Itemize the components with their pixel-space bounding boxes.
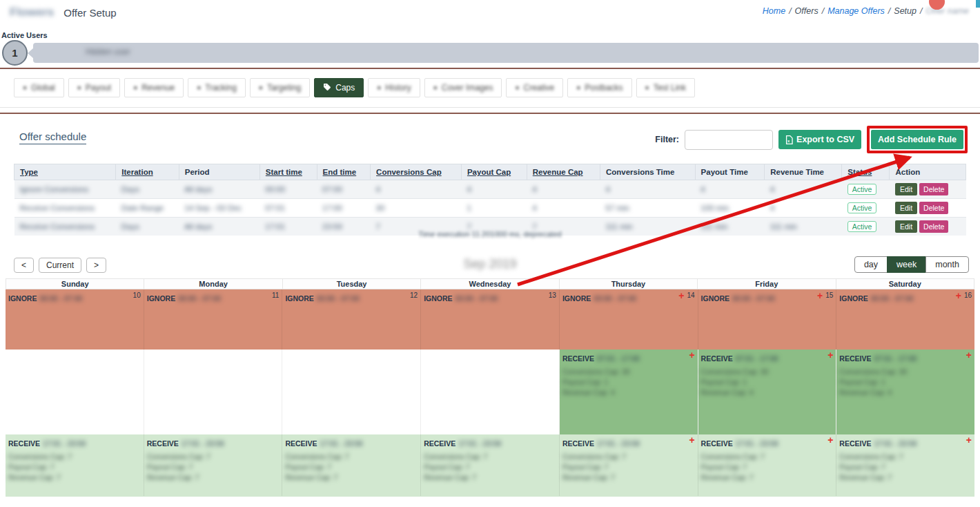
event-label: IGNORE [285, 294, 313, 303]
event-details: Conversions Cap: 7Payout Cap: 7Revenue C… [6, 449, 144, 483]
add-event-icon[interactable]: + [956, 292, 961, 299]
tab-revenue[interactable]: ●Revenue [124, 78, 184, 97]
add-event-icon[interactable]: + [678, 292, 684, 299]
column-header-start-time[interactable]: Start time [259, 164, 317, 180]
day-number: 16 [964, 291, 972, 299]
tracking-icon: ● [197, 84, 201, 91]
breadcrumb-item-manage-offers[interactable]: Manage Offers [827, 6, 885, 16]
event-header: IGNORE00:00 - 07:0010 [6, 289, 144, 304]
day-header-sunday: Sunday [6, 279, 144, 289]
tab-creative[interactable]: ●Creative [506, 78, 563, 97]
edit-button[interactable]: Edit [895, 183, 917, 195]
tab-tracking[interactable]: ●Tracking [188, 78, 246, 97]
view-button-month[interactable]: month [925, 256, 969, 273]
cell-type: Receive Conversions [14, 199, 116, 218]
tab-caps[interactable]: Caps [314, 78, 364, 97]
column-header-payout-cap[interactable]: Payout Cap [461, 164, 527, 180]
view-button-day[interactable]: day [854, 256, 888, 273]
add-event-icon[interactable]: + [689, 352, 694, 358]
tab-postbacks[interactable]: ●Postbacks [567, 78, 631, 97]
export-csv-button[interactable]: x Export to CSV [778, 130, 861, 149]
cell-value: Date Range [121, 204, 164, 212]
event-time: 00:00 - 07:00 [317, 294, 360, 303]
event-title: RECEIVE07:01 - 17:00 [562, 352, 640, 364]
cell-value: Days [121, 185, 139, 193]
receive-night-cell[interactable]: RECEIVE17:01 - 23:59Conversions Cap: 7Pa… [421, 434, 559, 497]
tab-global[interactable]: ●Global [14, 78, 64, 97]
day-number: 15 [825, 291, 833, 299]
tab-label: Creative [523, 83, 554, 93]
cell-status: Active [842, 180, 890, 199]
receive-day-block[interactable]: RECEIVE07:01 - 17:00+Conversions Cap: 30… [836, 350, 974, 434]
receive-night-cell[interactable]: RECEIVE17:01 - 23:59Conversions Cap: 7Pa… [282, 434, 420, 497]
column-header-conversions-cap[interactable]: Conversions Cap [371, 164, 462, 180]
receive-night-cell[interactable]: RECEIVE17:01 - 23:59Conversions Cap: 7Pa… [6, 434, 144, 497]
event-time: 00:00 - 07:00 [732, 294, 775, 303]
day-column-friday[interactable]: IGNORE00:00 - 07:00+15RECEIVE07:01 - 17:… [698, 289, 837, 496]
event-header: IGNORE00:00 - 07:00+15 [698, 289, 836, 304]
add-event-icon[interactable]: + [827, 352, 833, 358]
day-column-saturday[interactable]: IGNORE00:00 - 07:00+16RECEIVE07:01 - 17:… [836, 289, 974, 496]
add-schedule-rule-button[interactable]: Add Schedule Rule [871, 130, 963, 149]
table-row: Ignore ConversionsDaysAll days00:0007:00… [14, 180, 966, 199]
event-header: IGNORE00:00 - 07:0011 [144, 289, 282, 304]
add-event-icon[interactable]: + [689, 437, 694, 443]
event-title: IGNORE00:00 - 07:00 [562, 291, 636, 304]
add-event-icon[interactable]: + [817, 292, 823, 299]
filter-input[interactable] [685, 130, 773, 150]
receive-night-cell[interactable]: RECEIVE17:01 - 23:59+Conversions Cap: 7P… [698, 434, 836, 497]
breadcrumb-item-setup: Setup [894, 6, 917, 16]
column-header-payout-time: Payout Time [695, 164, 765, 180]
receive-day-block[interactable]: RECEIVE07:01 - 17:00+Conversions Cap: 30… [698, 350, 836, 434]
event-time: 17:01 - 23:59 [182, 439, 224, 448]
tab-label: Revenue [141, 83, 175, 93]
tab-targeting[interactable]: ●Targeting [250, 78, 310, 97]
cell-value: 00:00 [265, 185, 285, 193]
receive-night-cell[interactable]: RECEIVE17:01 - 23:59+Conversions Cap: 7P… [560, 434, 698, 497]
day-column-tuesday[interactable]: IGNORE00:00 - 07:0012RECEIVE17:01 - 23:5… [282, 289, 421, 496]
breadcrumb-item-home[interactable]: Home [763, 6, 785, 16]
link-icon: ● [645, 84, 649, 91]
cell-value: 4 [532, 185, 536, 193]
event-header: RECEIVE17:01 - 23:59+ [560, 434, 698, 449]
day-column-wednesday[interactable]: IGNORE00:00 - 07:0013RECEIVE17:01 - 23:5… [421, 289, 560, 496]
cell-period: All days [179, 180, 259, 199]
cell-iteration: Date Range [116, 199, 179, 218]
tab-label: Global [31, 83, 55, 93]
delete-button[interactable]: Delete [919, 202, 948, 214]
edit-button[interactable]: Edit [895, 202, 917, 214]
column-header-revenue-cap[interactable]: Revenue Cap [527, 164, 600, 180]
receive-night-cell[interactable]: RECEIVE17:01 - 23:59Conversions Cap: 7Pa… [144, 434, 282, 497]
column-header-type[interactable]: Type [14, 164, 116, 180]
cell-iteration: Days [116, 180, 179, 199]
add-event-icon[interactable]: + [827, 437, 833, 443]
day-column-monday[interactable]: IGNORE00:00 - 07:0011RECEIVE17:01 - 23:5… [144, 289, 283, 496]
receive-night-cell[interactable]: RECEIVE17:01 - 23:59+Conversions Cap: 7P… [836, 434, 974, 497]
receive-day-block[interactable]: RECEIVE07:01 - 17:00+Conversions Cap: 30… [560, 350, 698, 434]
column-header-end-time[interactable]: End time [317, 164, 370, 180]
add-event-icon[interactable]: + [966, 352, 972, 358]
event-label: RECEIVE [562, 354, 594, 363]
event-title: RECEIVE17:01 - 23:59 [8, 437, 86, 449]
cell-payout_cap: 4 [461, 180, 527, 199]
column-header-iteration[interactable]: Iteration [116, 164, 179, 180]
schedule-rules-table: TypeIterationPeriodStart timeEnd timeCon… [14, 164, 966, 236]
column-header-status[interactable]: Status [842, 164, 890, 180]
add-event-icon[interactable]: + [966, 437, 972, 443]
tab-history[interactable]: ●History [368, 78, 420, 97]
day-column-sunday[interactable]: IGNORE00:00 - 07:0010RECEIVE17:01 - 23:5… [6, 289, 144, 496]
tab-cover-images[interactable]: ●Cover Images [424, 78, 502, 97]
tab-test-link[interactable]: ●Test Link [636, 78, 695, 97]
status-badge: Active [847, 202, 877, 213]
event-detail-line: Payout Cap: 7 [8, 462, 141, 472]
delete-button[interactable]: Delete [919, 183, 948, 195]
schedule-heading: Offer schedule [19, 131, 86, 144]
tab-payout[interactable]: ●Payout [68, 78, 120, 97]
widget-corner-chip [976, 0, 980, 8]
event-time: 07:01 - 17:00 [736, 354, 778, 363]
active-user-bar[interactable]: Hidden user [33, 43, 979, 63]
offer-name-title: Flowers [10, 6, 54, 19]
view-button-week[interactable]: week [887, 256, 926, 273]
event-title: IGNORE00:00 - 07:00 [8, 291, 82, 304]
day-column-thursday[interactable]: IGNORE00:00 - 07:00+14RECEIVE07:01 - 17:… [560, 289, 698, 496]
